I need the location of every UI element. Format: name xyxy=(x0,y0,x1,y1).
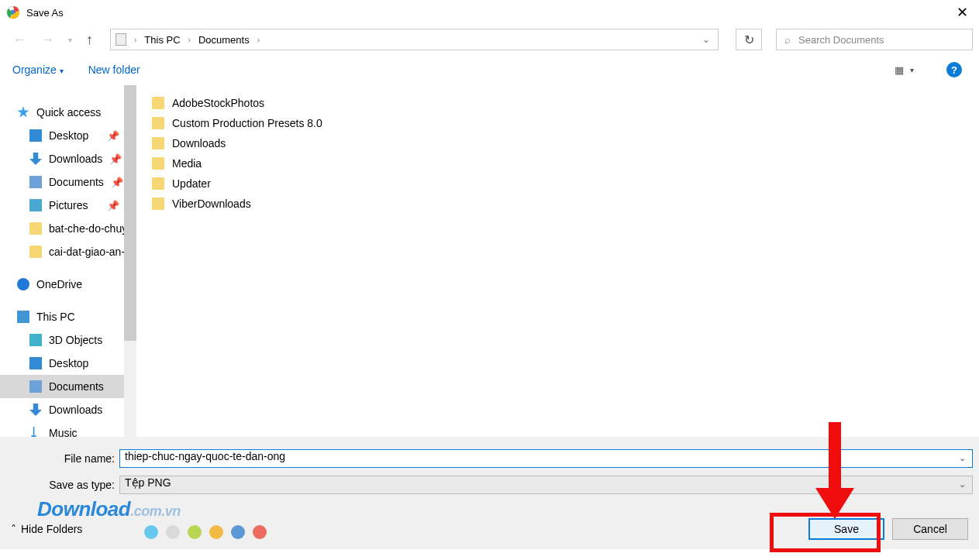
dot xyxy=(253,525,267,539)
chevron-right-icon: › xyxy=(188,36,191,44)
folder-icon xyxy=(152,117,164,129)
savetype-select[interactable]: Tệp PNG ⌄ xyxy=(119,476,973,494)
chevron-up-icon: ˄ xyxy=(11,523,16,535)
dot xyxy=(166,525,180,539)
folder-icon xyxy=(152,137,164,149)
chevron-right-icon: › xyxy=(134,36,136,44)
file-list[interactable]: AdobeStockPhotos Custom Production Prese… xyxy=(136,85,979,437)
star-icon xyxy=(17,106,29,119)
decorative-dots xyxy=(144,525,267,539)
sidebar-item-desktop[interactable]: Desktop 📌 xyxy=(0,124,136,147)
filename-input[interactable]: thiep-chuc-ngay-quoc-te-dan-ong ⌄ xyxy=(119,449,973,468)
hide-folders-button[interactable]: ˄ Hide Folders xyxy=(11,523,82,535)
doc-icon xyxy=(29,176,42,188)
sidebar-item-folder[interactable]: bat-che-do-chuy xyxy=(0,217,136,240)
sidebar-item-documents[interactable]: Documents xyxy=(0,375,136,398)
pin-icon: 📌 xyxy=(107,200,119,211)
cloud-icon xyxy=(17,278,29,290)
sidebar-item-documents[interactable]: Documents 📌 xyxy=(0,170,136,194)
filename-label: File name: xyxy=(0,452,119,465)
sidebar-item-3d-objects[interactable]: 3D Objects xyxy=(0,328,136,352)
sidebar-item-desktop[interactable]: Desktop xyxy=(0,352,136,375)
list-item[interactable]: Media xyxy=(152,153,979,173)
dot xyxy=(188,525,202,539)
chrome-icon xyxy=(6,5,20,19)
close-icon[interactable]: ✕ xyxy=(957,4,968,21)
chevron-down-icon[interactable]: ⌄ xyxy=(959,479,966,490)
breadcrumb-item[interactable]: Documents xyxy=(198,34,250,46)
doc-icon xyxy=(29,380,42,393)
titlebar: Save As ✕ xyxy=(0,0,979,25)
folder-icon xyxy=(152,198,164,210)
picture-icon xyxy=(29,199,42,211)
layout-icon: ▦ xyxy=(895,64,904,76)
pc-icon xyxy=(17,311,29,323)
3d-icon xyxy=(29,334,42,346)
window-title: Save As xyxy=(26,7,64,19)
savetype-label: Save as type: xyxy=(0,479,119,491)
address-bar[interactable]: › This PC › Documents › ⌄ xyxy=(110,29,719,50)
refresh-button[interactable]: ↻ xyxy=(736,29,762,50)
list-item[interactable]: ViberDownloads xyxy=(152,194,979,214)
pin-icon: 📌 xyxy=(109,153,122,165)
main-area: Quick access Desktop 📌 Downloads 📌 Docum… xyxy=(0,85,979,437)
search-placeholder: Search Documents xyxy=(798,34,884,46)
doc-icon xyxy=(115,33,126,46)
chevron-down-icon[interactable]: ⌄ xyxy=(959,453,966,463)
sidebar-this-pc[interactable]: This PC xyxy=(0,305,136,328)
breadcrumb-item[interactable]: This PC xyxy=(144,34,180,46)
save-button[interactable]: Save xyxy=(808,518,884,540)
sidebar-item-downloads[interactable]: Downloads xyxy=(0,398,136,421)
sidebar: Quick access Desktop 📌 Downloads 📌 Docum… xyxy=(0,85,136,437)
list-item[interactable]: AdobeStockPhotos xyxy=(152,93,979,113)
pin-icon: 📌 xyxy=(111,177,123,188)
folder-icon xyxy=(29,222,42,235)
folder-icon xyxy=(152,177,164,190)
nav-row: ← → ▾ ↑ › This PC › Documents › ⌄ ↻ ⌕ Se… xyxy=(0,25,979,54)
dot xyxy=(231,525,245,539)
folder-icon xyxy=(152,97,164,109)
back-button[interactable]: ← xyxy=(12,32,26,48)
pin-icon: 📌 xyxy=(107,130,119,142)
sidebar-quick-access[interactable]: Quick access xyxy=(0,101,136,124)
list-item[interactable]: Downloads xyxy=(152,133,979,153)
scrollbar-thumb[interactable] xyxy=(124,85,136,341)
list-item[interactable]: Updater xyxy=(152,173,979,194)
organize-button[interactable]: Organize ▾ xyxy=(12,64,64,76)
sidebar-item-downloads[interactable]: Downloads 📌 xyxy=(0,147,136,170)
chevron-down-icon[interactable]: ⌄ xyxy=(702,34,710,45)
sidebar-scrollbar[interactable] xyxy=(124,85,136,437)
cancel-button[interactable]: Cancel xyxy=(892,518,968,540)
watermark: Download.com.vn xyxy=(37,497,181,521)
view-mode-button[interactable]: ▦ ▾ xyxy=(895,64,914,76)
sidebar-item-pictures[interactable]: Pictures 📌 xyxy=(0,194,136,217)
search-icon: ⌕ xyxy=(784,34,791,46)
folder-icon xyxy=(29,246,42,258)
new-folder-button[interactable]: New folder xyxy=(88,64,140,76)
sidebar-item-folder[interactable]: cai-dat-giao-an- xyxy=(0,240,136,263)
monitor-icon xyxy=(29,357,42,369)
chevron-right-icon: › xyxy=(257,36,260,44)
search-input[interactable]: ⌕ Search Documents xyxy=(776,29,973,50)
forward-button[interactable]: → xyxy=(40,32,54,48)
help-button[interactable]: ? xyxy=(946,62,962,77)
up-button[interactable]: ↑ xyxy=(86,32,93,48)
monitor-icon xyxy=(29,129,42,142)
folder-icon xyxy=(152,157,164,170)
download-icon xyxy=(29,404,42,416)
recent-dropdown[interactable]: ▾ xyxy=(68,36,72,44)
toolbar: Organize ▾ New folder ▦ ▾ ? xyxy=(0,54,979,85)
dot xyxy=(144,525,158,539)
list-item[interactable]: Custom Production Presets 8.0 xyxy=(152,113,979,133)
download-icon xyxy=(29,153,42,165)
sidebar-onedrive[interactable]: OneDrive xyxy=(0,273,136,296)
dot xyxy=(209,525,223,539)
